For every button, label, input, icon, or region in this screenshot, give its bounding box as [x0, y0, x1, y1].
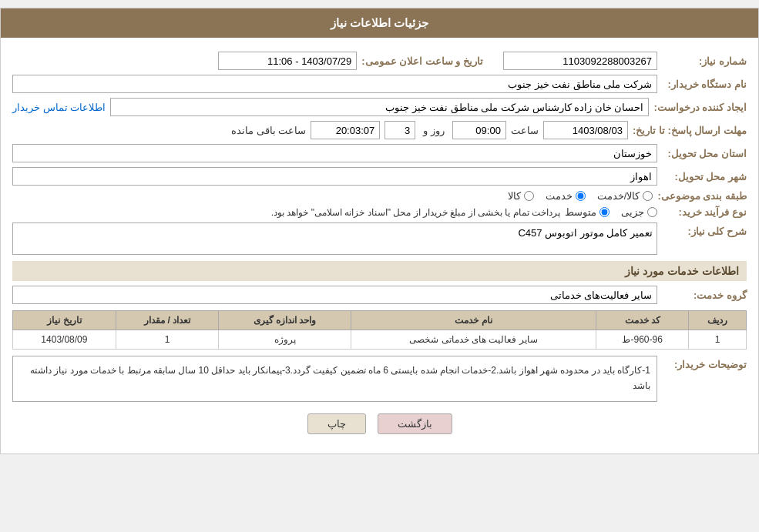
table-cell-code: 960-96-ط — [596, 330, 688, 350]
creator-label: ایجاد کننده درخواست: — [653, 102, 747, 113]
deadline-remaining-input[interactable] — [311, 121, 380, 139]
province-label: استان محل تحویل: — [662, 148, 747, 159]
contact-link[interactable]: اطلاعات تماس خریدار — [12, 102, 106, 113]
col-header-row: ردیف — [689, 311, 747, 330]
page-header: جزئیات اطلاعات نیاز — [1, 8, 758, 38]
deadline-day-label: روز و — [423, 125, 445, 136]
col-header-date: تاریخ نیاز — [13, 311, 116, 330]
deadline-days-input[interactable] — [385, 121, 415, 139]
service-group-input[interactable] — [12, 286, 657, 304]
page-title: جزئیات اطلاعات نیاز — [331, 16, 428, 29]
purchase-type-label: نوع فرآیند خرید: — [662, 206, 747, 218]
province-input[interactable] — [12, 144, 657, 162]
table-row: 1960-96-طسایر فعالیت های خدماتی شخصیپروژ… — [13, 330, 747, 350]
buyer-notes-label: توضیحات خریدار: — [662, 359, 747, 370]
announcement-date-input[interactable] — [218, 52, 357, 70]
table-cell-row: 1 — [689, 330, 747, 350]
buyer-org-label: نام دستگاه خریدار: — [662, 79, 747, 90]
purchase-note: پرداخت تمام یا بخشی از مبلغ خریدار از مح… — [12, 207, 560, 218]
table-cell-name: سایر فعالیت های خدماتی شخصی — [351, 330, 596, 350]
col-header-count: تعداد / مقدار — [116, 311, 219, 330]
purchase-type-medium-radio[interactable] — [599, 207, 610, 217]
city-label: شهر محل تحویل: — [662, 171, 747, 182]
announcement-label: تاریخ و ساعت اعلان عمومی: — [361, 55, 483, 67]
print-button[interactable]: چاپ — [307, 413, 366, 434]
city-input[interactable] — [12, 167, 657, 186]
purchase-type-radio-group: جزیی متوسط — [565, 206, 657, 218]
category-goods-label: کالا — [508, 190, 521, 202]
deadline-time-label: ساعت — [511, 125, 539, 136]
purchase-type-partial-radio[interactable] — [647, 207, 657, 217]
purchase-type-medium-label: متوسط — [565, 206, 596, 218]
table-cell-date: 1403/08/09 — [13, 330, 116, 350]
action-buttons: بازگشت چاپ — [12, 413, 747, 434]
col-header-code: کد خدمت — [596, 311, 688, 330]
creator-input[interactable] — [110, 98, 649, 116]
need-desc-textarea[interactable]: تعمیر کامل موتور اتوبوس C457 — [12, 223, 657, 255]
category-goods-radio[interactable] — [524, 191, 534, 201]
services-table: ردیف کد خدمت نام خدمت واحد اندازه گیری ت… — [12, 310, 747, 350]
services-section-title: اطلاعات خدمات مورد نیاز — [12, 261, 747, 281]
buyer-org-input[interactable] — [12, 75, 657, 93]
need-desc-label: شرح کلی نیاز: — [662, 226, 747, 237]
category-radio-group: کالا/خدمت خدمت کالا — [508, 190, 653, 202]
table-cell-count: 1 — [116, 330, 219, 350]
deadline-remaining-label: ساعت باقی مانده — [231, 125, 306, 136]
service-group-label: گروه خدمت: — [662, 289, 747, 301]
deadline-date-input[interactable] — [543, 121, 628, 139]
back-button[interactable]: بازگشت — [378, 413, 452, 434]
table-cell-unit: پروژه — [219, 330, 351, 350]
category-service-label: خدمت — [546, 190, 573, 202]
need-number-label: شماره نیاز: — [662, 55, 747, 67]
col-header-unit: واحد اندازه گیری — [219, 311, 351, 330]
category-goods-service-label: کالا/خدمت — [597, 190, 640, 202]
deadline-time-input[interactable] — [452, 121, 506, 139]
need-number-input[interactable] — [503, 52, 657, 70]
buyer-notes-box: 1-کارگاه باید در محدوده شهر اهواز باشد.2… — [12, 356, 657, 402]
col-header-name: نام خدمت — [351, 311, 596, 330]
purchase-type-partial-label: جزیی — [621, 206, 644, 218]
category-service-radio[interactable] — [576, 191, 586, 201]
response-deadline-label: مهلت ارسال پاسخ: تا تاریخ: — [633, 125, 747, 136]
category-goods-service-radio[interactable] — [643, 191, 653, 201]
category-label: طبقه بندی موضوعی: — [657, 190, 747, 202]
